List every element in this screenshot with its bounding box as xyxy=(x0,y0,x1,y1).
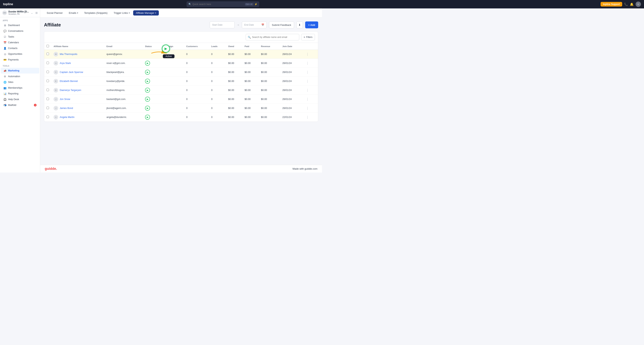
affiliate-campaign-cell xyxy=(160,59,184,68)
affiliate-name-group: A Arya Stark xyxy=(54,61,102,66)
subnav-templates[interactable]: Templates (Snippets) xyxy=(82,10,110,16)
app-logo: topline xyxy=(3,3,13,6)
affiliate-owed-cell: $0.00 xyxy=(226,95,242,104)
subnav-emails[interactable]: Emails ▾ xyxy=(66,10,81,16)
affiliate-name-link[interactable]: Arya Stark xyxy=(60,62,71,65)
col-revenue: Revenue xyxy=(259,43,280,50)
row-actions-menu[interactable]: ⋮ xyxy=(305,115,310,119)
sites-icon: 🌐 xyxy=(4,81,6,84)
affiliate-email-cell: queen@genov. xyxy=(104,50,143,59)
row-checkbox[interactable] xyxy=(46,98,49,100)
filters-label: Filters xyxy=(306,36,312,39)
col-customers: Customers xyxy=(184,43,209,50)
sidebar-item-conversations[interactable]: 💬 Conversations xyxy=(1,28,39,34)
row-checkbox[interactable] xyxy=(46,62,49,64)
row-actions-menu[interactable]: ⋮ xyxy=(305,61,310,65)
status-active-icon[interactable]: ▶ xyxy=(145,115,150,120)
row-checkbox[interactable] xyxy=(46,116,49,118)
table-body: M Mia Thermopolis queen@genov. ▶ 0 0 $0.… xyxy=(44,50,318,122)
subnav-trigger-links[interactable]: Trigger Links ▾ xyxy=(111,10,132,16)
global-search[interactable]: 🔍 Ctrl + K ⚡ xyxy=(186,1,259,7)
layout-icon[interactable]: ⊞ xyxy=(36,11,38,14)
affiliate-name-link[interactable]: James Bond xyxy=(60,107,73,110)
account-switcher[interactable]: DM Dunder Mifflin [D... Scranton, PA ⌄ ⊞ xyxy=(0,9,40,17)
end-date-input[interactable]: End Date 📅 xyxy=(242,22,267,28)
sidebar-item-dashboard[interactable]: ⊞ Dashboard xyxy=(1,23,39,28)
filters-button[interactable]: ≡ Filters xyxy=(301,34,315,40)
status-active-icon[interactable]: ▶ xyxy=(145,88,150,93)
subnav-affiliate-manager[interactable]: Affiliate Manager ▾ xyxy=(133,10,159,16)
affiliate-name-link[interactable]: Elizabeth Bennet xyxy=(60,80,78,83)
affiliate-paid-cell: $0.00 xyxy=(242,50,259,59)
affiliate-avatar: C xyxy=(54,70,58,75)
affiliate-avatar: J xyxy=(54,106,58,111)
affiliate-joindate-cell: 26/01/24 xyxy=(280,77,303,86)
submit-feedback-button[interactable]: Submit Feedback xyxy=(269,22,294,28)
affiliate-leads-cell: 0 xyxy=(209,50,226,59)
sidebar-item-automation[interactable]: ⚙ Automation xyxy=(1,74,39,79)
affiliate-actions-cell: ⋮ xyxy=(302,50,318,59)
search-input[interactable] xyxy=(252,36,297,39)
affiliate-campaign-cell xyxy=(160,113,184,122)
row-checkbox[interactable] xyxy=(46,53,49,55)
table-row: J James Bond jbond@agent.com. ▶ 0 0 $0.0… xyxy=(44,104,318,113)
row-actions-menu[interactable]: ⋮ xyxy=(305,88,310,92)
row-checkbox-cell xyxy=(44,104,51,113)
sidebar-item-mailfold[interactable]: 📬 Mailfold 4 xyxy=(1,102,39,108)
sidebar-item-reporting[interactable]: 📊 Reporting xyxy=(1,91,39,97)
sidebar-item-sites[interactable]: 🌐 Sites xyxy=(1,79,39,85)
search-input[interactable] xyxy=(192,3,244,6)
sidebar-item-payments[interactable]: 💳 Payments xyxy=(1,57,39,63)
affiliate-name-link[interactable]: Daenerys Targaryen xyxy=(60,89,81,92)
search-wrapper[interactable]: 🔍 xyxy=(246,34,299,40)
affiliate-status-cell: ▶ xyxy=(143,104,160,113)
status-active-icon[interactable]: ▶ xyxy=(145,97,150,102)
subnav-label: Affiliate Manager xyxy=(136,12,154,14)
sidebar-item-memberships[interactable]: 👥 Memberships xyxy=(1,85,39,91)
affiliate-name-link[interactable]: Captain Jack Sparrow xyxy=(60,71,83,74)
table-row: M Mia Thermopolis queen@genov. ▶ 0 0 $0.… xyxy=(44,50,318,59)
affiliate-name-link[interactable]: Angela Martin xyxy=(60,116,74,119)
calendar-icon: 📅 xyxy=(261,24,264,26)
row-actions-menu[interactable]: ⋮ xyxy=(305,70,310,74)
sidebar-item-calendars[interactable]: 📅 Calendars xyxy=(1,40,39,45)
sidebar-item-contacts[interactable]: 👤 Contacts xyxy=(1,45,39,51)
subnav-social-planner[interactable]: Social Planner xyxy=(44,10,66,16)
sidebar-item-opportunities[interactable]: ◎ Opportunities xyxy=(1,51,39,57)
status-active-icon[interactable]: ▶ xyxy=(145,106,150,111)
col-email: Email xyxy=(104,43,143,50)
chevron-down-icon: ▾ xyxy=(155,12,156,14)
affiliate-actions-cell: ⋮ xyxy=(302,59,318,68)
sidebar-item-marketing[interactable]: 📣 Marketing xyxy=(1,68,39,74)
affiliate-owed-cell: $0.00 xyxy=(226,86,242,95)
sidebar-item-tasks[interactable]: ☑ Tasks xyxy=(1,34,39,40)
sidebar: DM Dunder Mifflin [D... Scranton, PA ⌄ ⊞… xyxy=(0,9,40,173)
affiliate-status-cell: ▶ xyxy=(143,86,160,95)
sidebar-item-helpdesk[interactable]: 🎧 Help Desk xyxy=(1,97,39,102)
row-actions-menu[interactable]: ⋮ xyxy=(305,97,310,101)
select-all-checkbox[interactable] xyxy=(46,45,49,47)
start-date-input[interactable]: Start Date xyxy=(210,22,234,28)
row-checkbox[interactable] xyxy=(46,80,49,82)
status-active-icon[interactable]: ▶ xyxy=(145,70,150,75)
sidebar-item-label: Dashboard xyxy=(8,24,20,27)
affiliate-name-link[interactable]: Jon Snow xyxy=(60,98,70,101)
add-button[interactable]: + Add xyxy=(305,22,318,28)
keyboard-shortcut: Ctrl + K xyxy=(245,3,253,6)
affiliate-joindate-cell: 26/01/24 xyxy=(280,86,303,95)
affiliate-avatar: A xyxy=(54,115,58,120)
dashboard-icon: ⊞ xyxy=(4,24,6,27)
row-checkbox[interactable] xyxy=(46,107,49,109)
row-checkbox[interactable] xyxy=(46,71,49,73)
status-active-icon[interactable]: ▶ xyxy=(145,61,150,66)
status-active-icon[interactable]: ▶ xyxy=(145,79,150,84)
download-button[interactable]: ⬇ xyxy=(296,22,303,28)
affiliate-actions-cell: ⋮ xyxy=(302,104,318,113)
affiliate-name-cell: E Elizabeth Bennet xyxy=(51,77,104,86)
row-actions-menu[interactable]: ⋮ xyxy=(305,79,310,83)
row-checkbox[interactable] xyxy=(46,89,49,91)
chevron-down-icon[interactable]: ⌄ xyxy=(31,11,33,14)
row-actions-menu[interactable]: ⋮ xyxy=(305,106,310,110)
affiliate-name-link[interactable]: Mia Thermopolis xyxy=(60,53,77,56)
row-actions-menu[interactable]: ⋮ xyxy=(305,52,310,56)
